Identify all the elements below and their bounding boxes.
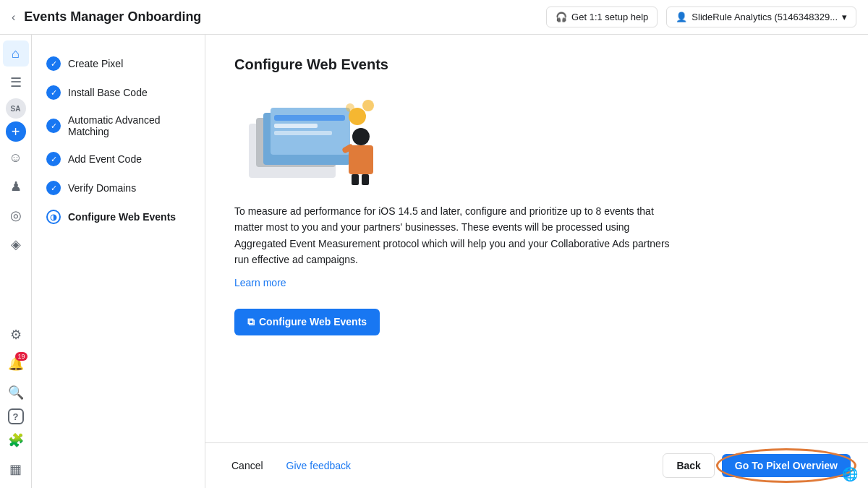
description-text: To measure ad performance for iOS 14.5 a… [234, 203, 683, 268]
notification-badge: 19 [15, 352, 27, 361]
sidebar-item-install-base-code[interactable]: ✓ Install Base Code [32, 78, 205, 107]
topbar-left: ‹ Events Manager Onboarding [12, 9, 201, 25]
pixel-overview-button-wrapper: Go To Pixel Overview [722, 454, 851, 477]
nav-icon-emoji[interactable]: ☺ [3, 145, 29, 171]
check-complete-icon: ✓ [46, 119, 61, 133]
account-icon: 👤 [676, 12, 687, 22]
nav-icon-help[interactable]: ? [8, 408, 24, 424]
sidebar-label-configure-web-events: Configure Web Events [68, 211, 176, 223]
account-button[interactable]: 👤 SlideRule Analytics (5146348329... ▾ [666, 7, 856, 27]
give-feedback-link[interactable]: Give feedback [286, 460, 352, 471]
content-title: Configure Web Events [234, 56, 839, 73]
footer-right: Back Go To Pixel Overview [663, 453, 851, 478]
cancel-button[interactable]: Cancel [223, 454, 272, 477]
sidebar-label-install-base-code: Install Base Code [68, 87, 148, 98]
nav-icon-menu[interactable]: ☰ [3, 69, 29, 95]
sidebar-item-auto-advanced-matching[interactable]: ✓ Automatic Advanced Matching [32, 107, 205, 145]
nav-icon-person[interactable]: ♟ [3, 174, 29, 200]
topbar-right: 🎧 Get 1:1 setup help 👤 SlideRule Analyti… [546, 7, 856, 27]
sidebar-item-configure-web-events[interactable]: ◑ Configure Web Events [32, 202, 205, 231]
nav-icon-add[interactable]: + [6, 121, 26, 142]
pixel-overview-button[interactable]: Go To Pixel Overview [722, 454, 851, 477]
check-partial-icon: ◑ [46, 210, 61, 224]
svg-rect-13 [362, 174, 369, 185]
check-complete-icon: ✓ [46, 56, 61, 71]
sidebar-label-add-event-code: Add Event Code [68, 153, 142, 165]
nav-icon-search[interactable]: 🔍 [3, 380, 29, 406]
help-button[interactable]: 🎧 Get 1:1 setup help [546, 7, 658, 27]
svg-rect-4 [274, 115, 345, 121]
check-complete-icon: ✓ [46, 85, 61, 100]
sidebar-label-create-pixel: Create Pixel [68, 58, 123, 69]
check-complete-icon: ✓ [46, 181, 61, 195]
nav-icon-diamond[interactable]: ◈ [3, 231, 29, 257]
nav-icon-settings[interactable]: ⚙ [3, 322, 29, 348]
globe-icon: 🌐 [842, 466, 858, 482]
account-label: SlideRule Analytics (5146348329... [692, 12, 838, 22]
nav-icon-circle[interactable]: ◎ [3, 202, 29, 228]
sidebar-item-create-pixel[interactable]: ✓ Create Pixel [32, 49, 205, 78]
sidebar-item-add-event-code[interactable]: ✓ Add Event Code [32, 145, 205, 174]
back-nav-icon[interactable]: ‹ [12, 11, 15, 24]
svg-rect-12 [352, 174, 359, 185]
svg-rect-6 [274, 131, 332, 135]
left-nav: ⌂ ☰ SA + ☺ ♟ ◎ ◈ ⚙ 🔔 19 🔍 ? 🧩 ▦ [0, 35, 32, 488]
sidebar-label-verify-domains: Verify Domains [68, 182, 136, 194]
nav-icon-home[interactable]: ⌂ [3, 40, 29, 67]
footer-left: Cancel Give feedback [223, 454, 351, 477]
external-link-icon: ⧉ [247, 316, 255, 328]
content-footer: Cancel Give feedback Back Go To Pixel Ov… [205, 442, 868, 488]
configure-btn-label: Configure Web Events [259, 316, 367, 328]
back-button[interactable]: Back [663, 453, 714, 478]
check-complete-icon: ✓ [46, 152, 61, 166]
nav-icon-extensions[interactable]: 🧩 [3, 427, 29, 453]
content-area: Configure Web Events [205, 35, 868, 488]
chevron-down-icon: ▾ [842, 12, 847, 22]
content-body: Configure Web Events [205, 35, 868, 442]
nav-icon-bell[interactable]: 🔔 19 [3, 351, 29, 377]
page-title: Events Manager Onboarding [24, 9, 201, 25]
headset-icon: 🎧 [556, 12, 567, 22]
svg-rect-5 [274, 124, 318, 128]
svg-point-8 [362, 100, 374, 111]
svg-point-9 [346, 103, 354, 112]
sidebar-label-auto-advanced-matching: Automatic Advanced Matching [68, 114, 190, 137]
svg-point-10 [352, 128, 370, 145]
svg-rect-11 [349, 145, 373, 174]
sidebar-item-verify-domains[interactable]: ✓ Verify Domains [32, 174, 205, 202]
nav-icon-grid[interactable]: ▦ [3, 456, 29, 482]
sidebar: ✓ Create Pixel ✓ Install Base Code ✓ Aut… [32, 35, 205, 488]
illustration [234, 87, 393, 189]
configure-web-events-button[interactable]: ⧉ Configure Web Events [234, 309, 380, 335]
help-label: Get 1:1 setup help [571, 12, 648, 22]
nav-icon-account[interactable]: SA [6, 98, 26, 119]
main-layout: ⌂ ☰ SA + ☺ ♟ ◎ ◈ ⚙ 🔔 19 🔍 ? 🧩 ▦ ✓ Create… [0, 35, 868, 488]
topbar: ‹ Events Manager Onboarding 🎧 Get 1:1 se… [0, 0, 868, 35]
learn-more-link[interactable]: Learn more [234, 277, 839, 288]
